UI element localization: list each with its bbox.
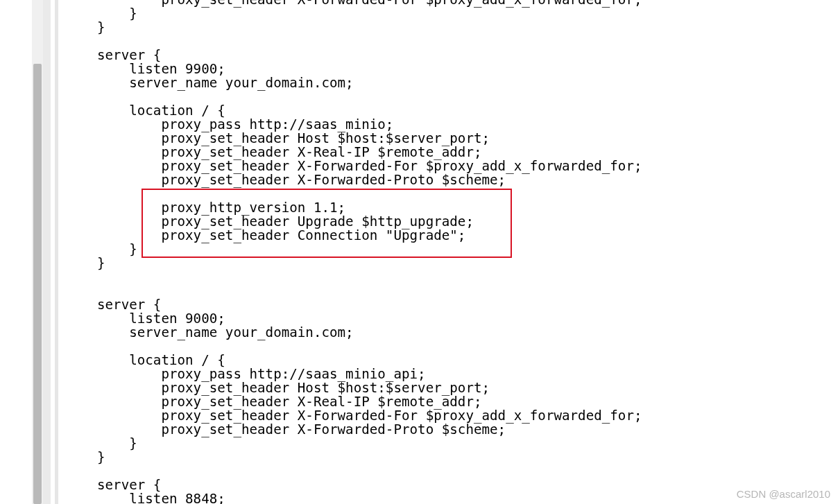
- watermark: CSDN @ascarl2010: [737, 488, 830, 500]
- code-area: proxy_set_header X-Forwarded-For $proxy_…: [58, 0, 840, 504]
- code-content: proxy_set_header X-Forwarded-For $proxy_…: [58, 0, 840, 504]
- scrollbar-thumb[interactable]: [33, 64, 42, 504]
